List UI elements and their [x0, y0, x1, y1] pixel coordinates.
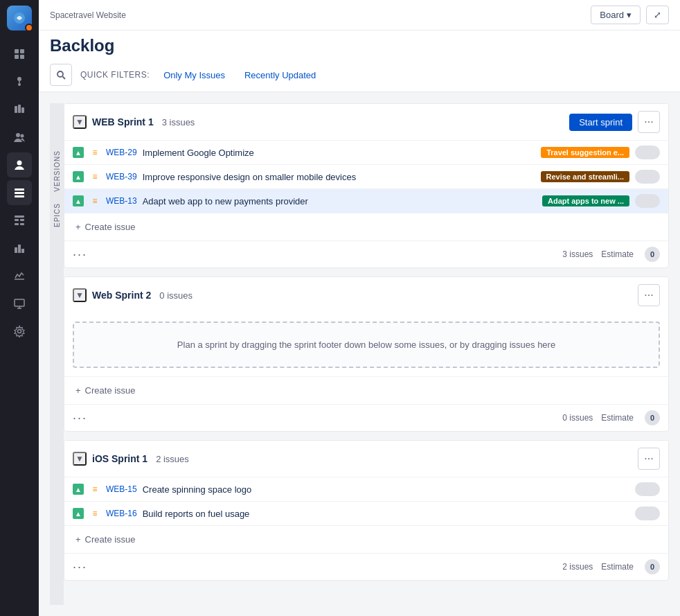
sidebar-home-icon[interactable] [7, 42, 32, 67]
sprint-ios-1-collapse[interactable]: ▼ [73, 452, 87, 466]
sprint-estimate-badge: 0 [645, 247, 660, 262]
sidebar-backlog-icon[interactable] [7, 180, 32, 205]
issue-type-icon: ▲ [73, 147, 84, 158]
recently-updated-filter[interactable]: Recently Updated [239, 67, 321, 83]
epics-label[interactable]: EPICS [51, 197, 64, 233]
top-bar-actions: Board ▾ ⤢ [591, 6, 669, 24]
versions-label[interactable]: VERSIONS [51, 145, 64, 197]
issue-toggle-web-29[interactable] [635, 146, 660, 159]
issue-badge-web-13: Adapt apps to new ... [542, 195, 629, 206]
issue-row-web-15[interactable]: ▲ ≡ WEB-15 Create spinning space logo [64, 477, 668, 501]
board-button[interactable]: Board ▾ [591, 6, 641, 24]
sidebar [0, 0, 39, 616]
sidebar-roadmap-icon[interactable] [7, 69, 32, 94]
sprint-web-2-footer-dots[interactable]: ··· [73, 411, 554, 425]
issue-row-web-39[interactable]: ▲ ≡ WEB-39 Improve responsive design on … [64, 164, 668, 188]
issue-toggle-web-13[interactable] [635, 194, 660, 208]
issue-priority-icon-web-16: ≡ [89, 508, 100, 519]
sprint-footer-estimate-label: Estimate [601, 249, 634, 259]
sprint-ios-1-more[interactable]: ··· [638, 448, 660, 470]
sidebar-settings-icon[interactable] [7, 319, 32, 344]
backlog-content: VERSIONS EPICS ▼ WEB Sprint 1 3 issues S… [39, 92, 680, 616]
sprint-web-1-create-issue[interactable]: + Create issue [73, 219, 138, 235]
sprint-ios-1-estimate-badge: 0 [645, 559, 660, 574]
sprint-footer-dots[interactable]: ··· [73, 247, 554, 262]
sprint-web-1-header: ▼ WEB Sprint 1 3 issues Start sprint ··· [64, 104, 668, 140]
board-chevron-icon: ▾ [627, 10, 632, 20]
sprint-ios-1-create-issue[interactable]: + Create issue [73, 531, 138, 547]
sidebar-board-icon[interactable] [7, 97, 32, 122]
svg-rect-3 [15, 55, 19, 59]
filters-bar: QUICK FILTERS: Only My Issues Recently U… [39, 58, 680, 92]
svg-rect-1 [15, 49, 19, 53]
issue-summary-web-16: Build reports on fuel usage [143, 509, 384, 519]
sprint-web-2-more[interactable]: ··· [638, 284, 660, 306]
sidebar-reports-icon[interactable] [7, 236, 32, 261]
sprint-web-2-name: Web Sprint 2 [92, 290, 151, 301]
sprint-web-2-estimate-label: Estimate [601, 413, 634, 423]
sprint-ios-1-estimate-label: Estimate [601, 562, 634, 572]
sprint-web-2-collapse[interactable]: ▼ [73, 288, 87, 302]
svg-rect-14 [15, 188, 24, 191]
issue-key-web-39[interactable]: WEB-39 [106, 172, 137, 182]
svg-rect-2 [20, 49, 24, 53]
plus-icon: + [75, 222, 81, 232]
svg-rect-9 [18, 105, 21, 113]
issue-key-web-16[interactable]: WEB-16 [106, 509, 137, 518]
main-content: Spacetravel Website Board ▾ ⤢ Backlog QU… [39, 0, 680, 616]
sprint-web-1-name: WEB Sprint 1 [92, 116, 154, 127]
fullscreen-button[interactable]: ⤢ [646, 6, 669, 24]
plus-icon-3: + [75, 534, 81, 545]
svg-rect-17 [15, 215, 24, 218]
sprint-ios-1-footer-issues: 2 issues [562, 562, 593, 572]
issue-summary-web-39: Improve responsive design on smaller mob… [143, 172, 535, 182]
sprint-web-1-create-row: + Create issue [64, 213, 668, 240]
issue-toggle-web-39[interactable] [635, 170, 660, 184]
issue-priority-icon-web-39: ≡ [89, 171, 100, 182]
board-button-label: Board [600, 10, 624, 20]
svg-rect-4 [20, 55, 24, 59]
only-my-issues-filter[interactable]: Only My Issues [158, 67, 231, 83]
sprint-web-2-count: 0 issues [159, 290, 193, 301]
sprint-ios-1-footer: ··· 2 issues Estimate 0 [64, 553, 668, 580]
issue-toggle-web-15[interactable] [635, 482, 660, 496]
svg-rect-8 [15, 106, 17, 113]
sidebar-monitor-icon[interactable] [7, 291, 32, 316]
sprint-ios-1-footer-dots[interactable]: ··· [73, 560, 554, 574]
svg-point-27 [57, 71, 63, 77]
issue-row-web-29[interactable]: ▲ ≡ WEB-29 Implement Google Optimize Tra… [64, 140, 668, 164]
issue-priority-icon: ≡ [89, 147, 100, 158]
sprint-web-2: ▼ Web Sprint 2 0 issues ··· Plan a sprin… [64, 276, 669, 432]
issue-summary-web-13: Adapt web app to new payments provider [143, 196, 537, 206]
svg-rect-23 [15, 299, 24, 306]
sprint-web-2-footer-issues: 0 issues [562, 413, 593, 423]
issue-badge-web-29: Travel suggestion e... [541, 147, 629, 158]
issue-key-web-15[interactable]: WEB-15 [106, 484, 137, 494]
sprint-ios-1-header: ▼ iOS Sprint 1 2 issues ··· [64, 441, 668, 477]
issue-summary-web-29: Implement Google Optimize [143, 148, 535, 158]
svg-rect-18 [15, 219, 19, 221]
sidebar-user-icon[interactable] [7, 152, 32, 177]
issue-toggle-web-16[interactable] [635, 507, 660, 520]
sidebar-team-icon[interactable] [7, 125, 32, 150]
issue-badge-web-39: Revise and streamli... [541, 171, 630, 182]
issue-row-web-16[interactable]: ▲ ≡ WEB-16 Build reports on fuel usage [64, 501, 668, 525]
start-sprint-button[interactable]: Start sprint [569, 114, 632, 131]
svg-rect-10 [21, 107, 24, 113]
sprint-ios-1-name: iOS Sprint 1 [92, 453, 147, 464]
issue-priority-icon-web-15: ≡ [89, 484, 100, 495]
search-button[interactable] [50, 64, 72, 86]
side-labels: VERSIONS EPICS [50, 103, 64, 605]
sprint-web-1-more[interactable]: ··· [638, 111, 660, 133]
issue-key-web-29[interactable]: WEB-29 [106, 148, 137, 157]
issue-row-web-13[interactable]: ▲ ≡ WEB-13 Adapt web app to new payments… [64, 188, 668, 213]
sprint-web-2-create-issue[interactable]: + Create issue [73, 382, 138, 398]
svg-rect-15 [15, 192, 24, 194]
sidebar-table-icon[interactable] [7, 208, 32, 233]
issue-key-web-13[interactable]: WEB-13 [106, 196, 137, 206]
sidebar-analytics-icon[interactable] [7, 263, 32, 288]
issue-summary-web-15: Create spinning space logo [143, 484, 384, 495]
svg-line-28 [63, 77, 66, 80]
sprint-web-1-collapse[interactable]: ▼ [73, 115, 87, 129]
app-logo[interactable] [7, 6, 32, 30]
